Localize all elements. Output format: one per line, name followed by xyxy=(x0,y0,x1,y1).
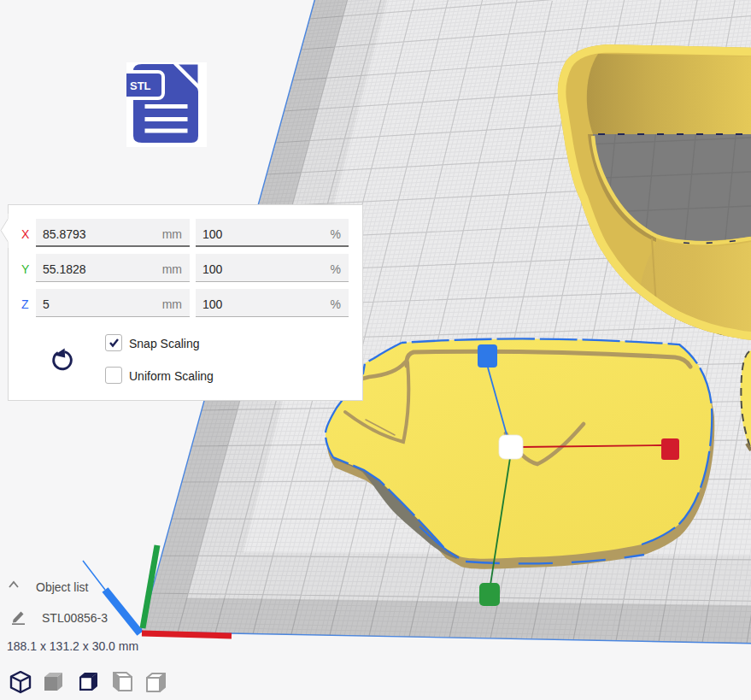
svg-text:STL: STL xyxy=(130,79,151,92)
